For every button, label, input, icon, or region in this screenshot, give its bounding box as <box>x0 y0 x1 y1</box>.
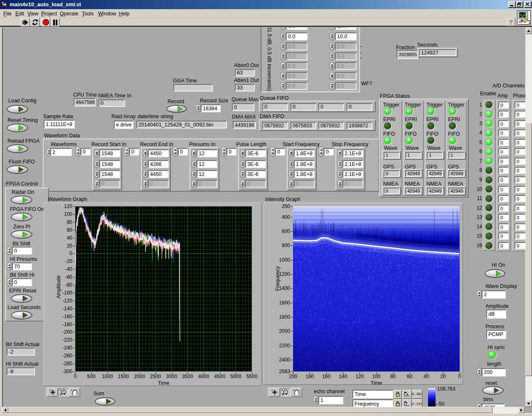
svg-text:1: 1 <box>528 20 530 24</box>
